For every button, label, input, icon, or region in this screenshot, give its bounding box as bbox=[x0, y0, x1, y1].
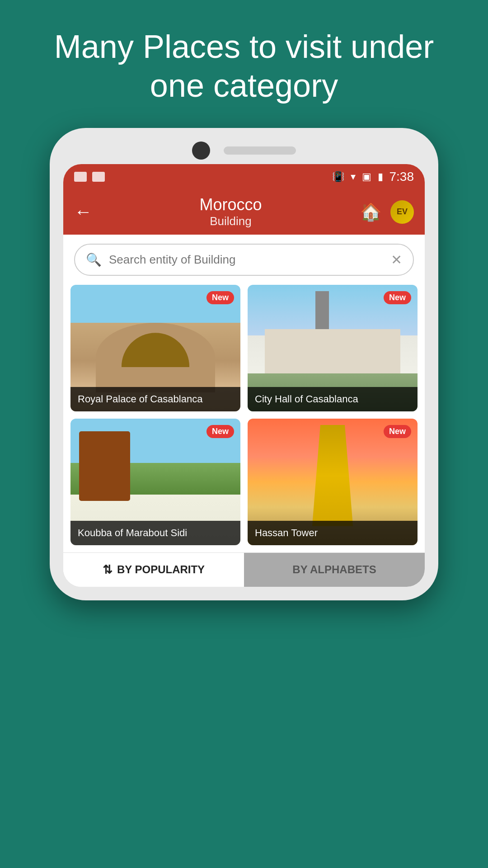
new-badge-hassan: New bbox=[384, 425, 411, 438]
headline-text: Many Places to visit under one category bbox=[0, 0, 488, 128]
home-button[interactable]: 🏠 bbox=[360, 202, 381, 222]
tab-alphabets-label: BY ALPHABETS bbox=[292, 563, 376, 576]
places-grid: New Royal Palace of Casablanca New City … bbox=[63, 285, 425, 552]
status-left-icons bbox=[74, 172, 105, 182]
tab-popularity-label: BY POPULARITY bbox=[117, 563, 205, 576]
place-label-koubba: Koubba of Marabout Sidi bbox=[70, 521, 240, 545]
image-icon bbox=[74, 172, 87, 182]
phone-screen: 📳 ▾ ▣ ▮ 7:38 ← Morocco Building 🏠 EV 🔍 bbox=[63, 164, 425, 587]
app-subtitle: Building bbox=[101, 214, 360, 228]
clear-button[interactable]: ✕ bbox=[391, 252, 402, 268]
new-badge-koubba: New bbox=[206, 425, 234, 438]
search-bar: 🔍 ✕ bbox=[74, 244, 414, 276]
place-label-hassan: Hassan Tower bbox=[248, 521, 418, 545]
place-card-hassan[interactable]: New Hassan Tower bbox=[248, 419, 418, 545]
app-title: Morocco bbox=[101, 195, 360, 214]
page-header: Many Places to visit under one category bbox=[0, 0, 488, 128]
place-card-koubba[interactable]: New Koubba of Marabout Sidi bbox=[70, 419, 240, 545]
wifi-icon: ▾ bbox=[351, 171, 356, 183]
ev-badge: EV bbox=[390, 200, 414, 224]
vibrate-icon: 📳 bbox=[332, 171, 344, 183]
tab-popularity[interactable]: ⇅ BY POPULARITY bbox=[63, 553, 244, 587]
place-card-royal-palace[interactable]: New Royal Palace of Casablanca bbox=[70, 285, 240, 411]
search-container: 🔍 ✕ bbox=[63, 235, 425, 285]
back-button[interactable]: ← bbox=[74, 202, 92, 222]
app-bar: ← Morocco Building 🏠 EV bbox=[63, 189, 425, 235]
new-badge-royal: New bbox=[206, 291, 234, 304]
app-bar-title: Morocco Building bbox=[101, 195, 360, 228]
place-label-royal-palace: Royal Palace of Casablanca bbox=[70, 387, 240, 411]
tab-alphabets[interactable]: BY ALPHABETS bbox=[244, 553, 425, 587]
bottom-nav: ⇅ BY POPULARITY BY ALPHABETS bbox=[63, 552, 425, 587]
phone-frame: 📳 ▾ ▣ ▮ 7:38 ← Morocco Building 🏠 EV 🔍 bbox=[50, 128, 438, 600]
phone-top-bar bbox=[63, 142, 425, 160]
place-label-city-hall: City Hall of Casablanca bbox=[248, 387, 418, 411]
notification-icon bbox=[92, 172, 105, 182]
search-input[interactable] bbox=[109, 253, 384, 267]
sort-icon: ⇅ bbox=[103, 563, 113, 577]
phone-camera bbox=[192, 142, 210, 160]
status-right-icons: 📳 ▾ ▣ ▮ 7:38 bbox=[332, 170, 414, 184]
search-icon: 🔍 bbox=[86, 252, 102, 267]
app-bar-icons: 🏠 EV bbox=[360, 200, 414, 224]
place-card-city-hall[interactable]: New City Hall of Casablanca bbox=[248, 285, 418, 411]
new-badge-city-hall: New bbox=[384, 291, 411, 304]
status-bar: 📳 ▾ ▣ ▮ 7:38 bbox=[63, 164, 425, 189]
battery-icon: ▮ bbox=[378, 171, 383, 183]
phone-speaker bbox=[224, 146, 296, 155]
signal-icon: ▣ bbox=[362, 171, 371, 183]
status-time: 7:38 bbox=[389, 170, 414, 184]
